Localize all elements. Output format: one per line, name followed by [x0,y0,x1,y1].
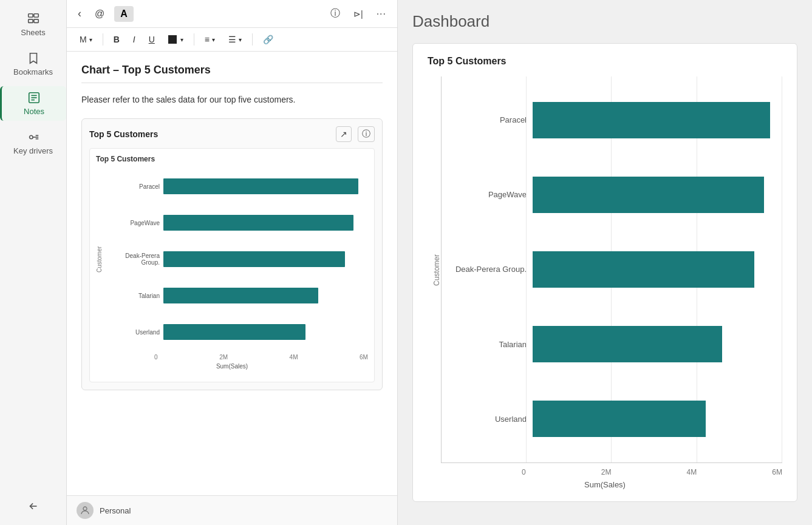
align-icon: ≡ [205,35,210,44]
mini-chart-area: Paracel PageWave Deak-Perera Group. Tala… [105,168,368,350]
svg-rect-1 [33,14,38,18]
format-m-label: M [80,35,87,44]
large-bar-fill [533,177,764,213]
sidebar-item-sheets-label: Sheets [21,28,45,37]
format-list-button[interactable]: ☰ ▾ [223,32,247,47]
key-drivers-icon [27,130,40,144]
large-bar-track [533,401,782,437]
svg-point-13 [83,507,87,510]
mini-bar-track [163,215,368,231]
large-bar-row: Deak-Perera Group. [442,250,782,289]
more-icon: ··· [377,8,386,19]
mini-bar-fill [163,288,318,303]
large-bar-track [533,102,782,138]
dashboard-title: Dashboard [412,12,797,31]
large-bar-row: Userland [442,399,782,438]
format-color-button[interactable]: ▾ [163,32,189,47]
mini-bar-label: Talarian [105,293,160,299]
format-bold-button[interactable]: B [108,32,125,47]
mini-x-tick: 0 [154,354,158,361]
mini-bar-fill [163,215,353,231]
mini-bar-row: Deak-Perera Group. [105,248,368,270]
bookmarks-icon [27,52,40,65]
sidebar-collapse-button[interactable] [0,495,66,518]
large-bar-fill [533,326,722,362]
large-bar-label: Paracel [442,115,527,124]
sidebar-item-sheets[interactable]: Sheets [0,7,66,42]
large-bar-fill [533,251,754,288]
large-bar-track [533,326,782,362]
notes-toolbar-format: M ▾ B I U ▾ ≡ ▾ ☰ ▾ 🔗 [67,28,397,52]
back-icon: ‹ [78,7,81,20]
info-button[interactable]: ⓘ [327,5,344,22]
mini-bar-row: Talarian [105,285,368,307]
chart-info-button[interactable]: ⓘ [358,126,375,142]
large-x-tick: 0 [522,468,526,476]
format-m-button[interactable]: M ▾ [74,32,98,47]
at-button[interactable]: @ [91,6,108,22]
chart-card-icons: ↗ ⓘ [336,126,375,142]
format-link-button[interactable]: 🔗 [258,32,279,47]
font-size-button[interactable]: A [114,6,134,22]
dashboard-chart-title: Top 5 Customers [428,56,782,67]
large-bar-track [533,251,782,288]
mini-y-axis-label: Customer [96,168,103,350]
list-icon: ☰ [228,35,236,44]
sidebar-item-notes-label: Notes [24,107,44,116]
chevron-down-icon: ▾ [89,36,92,43]
format-italic-button[interactable]: I [128,32,141,47]
large-x-axis: 02M4M6M [428,468,782,476]
svg-rect-2 [28,19,32,22]
more-button[interactable]: ··· [373,6,390,22]
mini-bar-label: PageWave [105,220,160,226]
chevron-down-color-icon: ▾ [180,36,183,43]
notes-toolbar-top: ‹ @ A ⓘ ⊳| ··· [67,0,397,28]
large-bar-label: PageWave [442,190,527,199]
notes-content[interactable]: Chart – Top 5 Customers Pleaser refer to… [67,52,397,495]
sidebar-item-bookmarks[interactable]: Bookmarks [0,47,66,81]
mini-bar-fill [163,251,345,267]
sidebar-item-key-drivers[interactable]: Key drivers [0,126,66,160]
at-icon: @ [95,8,104,19]
format-underline-button[interactable]: U [143,32,160,47]
large-chart: Customer Paracel PageWave Deak-Perera Gr… [428,76,782,489]
large-bar-row: Paracel [442,101,782,140]
collapse-icon [27,500,40,513]
svg-point-8 [29,135,33,139]
chart-card-title: Top 5 Customers [89,129,336,139]
mini-bar-fill [163,324,305,340]
large-bar-row: Talarian [442,325,782,364]
notes-panel: ‹ @ A ⓘ ⊳| ··· M ▾ B I U [67,0,398,525]
large-bar-track [533,177,782,213]
large-bar-label: Talarian [442,340,527,349]
sidebar-item-bookmarks-label: Bookmarks [13,67,53,76]
mini-bar-fill [163,178,358,194]
mini-bar-label: Deak-Perera Group. [105,252,160,266]
font-label: A [120,8,128,19]
large-bar-label: Deak-Perera Group. [442,265,527,274]
format-divider-1 [103,33,103,46]
mini-x-title: Sum(Sales) [96,363,368,370]
info-icon: ⓘ [330,7,340,20]
link-icon: 🔗 [263,35,273,44]
mini-bar-row: Userland [105,321,368,343]
pin-button[interactable]: ⊳| [350,7,367,21]
sheets-icon [27,12,40,25]
pin-icon: ⊳| [353,9,363,19]
chevron-down-align-icon: ▾ [212,36,215,43]
avatar [77,502,94,519]
sidebar-item-key-drivers-label: Key drivers [13,146,53,155]
format-align-button[interactable]: ≡ ▾ [199,32,220,47]
large-x-tick: 4M [687,468,697,476]
dashboard-chart-card: Top 5 Customers Customer Paracel PageWav… [412,43,797,502]
notes-footer: Personal [67,495,397,525]
mini-bar-label: Userland [105,329,160,336]
large-x-tick: 6M [772,468,782,476]
svg-rect-3 [33,19,38,22]
mini-x-tick: 2M [219,354,228,361]
sidebar-item-notes[interactable]: Notes [0,86,66,121]
chart-export-button[interactable]: ↗ [336,126,352,142]
sidebar: Sheets Bookmarks Notes Key drivers [0,0,67,525]
mini-chart-inner: Customer Paracel PageWave Deak-Perera Gr… [96,168,368,350]
back-button[interactable]: ‹ [74,5,85,22]
